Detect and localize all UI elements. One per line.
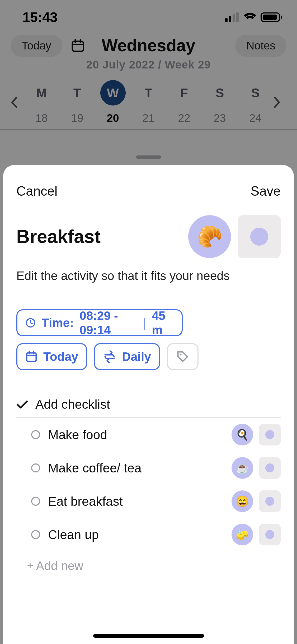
item-color-picker[interactable] bbox=[259, 457, 281, 479]
add-checklist-item-button[interactable]: + Add new bbox=[27, 559, 281, 573]
cancel-button[interactable]: Cancel bbox=[16, 183, 58, 199]
checklist-item[interactable]: Make coffee/ tea☕ bbox=[16, 451, 281, 485]
color-dot bbox=[250, 228, 268, 246]
tag-chip[interactable] bbox=[167, 343, 199, 370]
checklist-item[interactable]: Eat breakfast😄 bbox=[16, 485, 281, 518]
time-duration: 45 m bbox=[152, 309, 174, 337]
activity-icon-picker[interactable]: 🥐 bbox=[188, 215, 231, 258]
time-range: 08:29 - 09:14 bbox=[79, 309, 137, 337]
activity-color-picker[interactable] bbox=[238, 215, 281, 258]
plus-icon: + bbox=[27, 559, 34, 572]
item-icon-picker[interactable]: 🧽 bbox=[232, 524, 253, 545]
color-dot bbox=[265, 430, 274, 439]
checklist-header-label: Add checklist bbox=[35, 397, 110, 412]
item-icon-picker[interactable]: 🍳 bbox=[232, 424, 253, 445]
croissant-icon: 🥐 bbox=[197, 225, 223, 249]
repeat-icon bbox=[103, 351, 116, 363]
checkbox-icon[interactable] bbox=[31, 430, 40, 439]
time-separator: | bbox=[143, 316, 146, 330]
color-dot bbox=[265, 497, 274, 506]
color-dot bbox=[265, 463, 274, 472]
repeat-chip-label: Daily bbox=[122, 349, 151, 364]
item-color-picker[interactable] bbox=[259, 424, 281, 445]
time-label: Time: bbox=[41, 316, 74, 330]
item-color-picker[interactable] bbox=[259, 524, 281, 545]
item-icon-picker[interactable]: 😄 bbox=[232, 490, 253, 512]
clock-icon bbox=[25, 316, 36, 329]
date-chip[interactable]: Today bbox=[16, 343, 87, 370]
checklist-item[interactable]: Make food🍳 bbox=[16, 418, 281, 451]
save-button[interactable]: Save bbox=[251, 183, 281, 199]
svg-point-16 bbox=[180, 354, 182, 356]
add-new-label: Add new bbox=[36, 559, 83, 573]
item-emoji-icon: 🍳 bbox=[236, 429, 249, 441]
activity-edit-sheet: Cancel Save Breakfast 🥐 Edit the activit… bbox=[3, 165, 294, 644]
checklist-item-text: Make coffee/ tea bbox=[48, 461, 224, 475]
time-chip[interactable]: Time: 08:29 - 09:14 | 45 m bbox=[16, 309, 183, 336]
svg-rect-12 bbox=[27, 353, 36, 361]
checklist-item-text: Eat breakfast bbox=[48, 494, 224, 509]
color-dot bbox=[265, 530, 274, 539]
checklist-item-text: Make food bbox=[48, 427, 224, 442]
checklist-item-text: Clean up bbox=[48, 527, 224, 542]
date-chip-label: Today bbox=[43, 349, 78, 364]
item-emoji-icon: 😄 bbox=[236, 495, 249, 508]
checkbox-icon[interactable] bbox=[31, 497, 40, 506]
item-emoji-icon: ☕ bbox=[236, 462, 249, 474]
item-icon-picker[interactable]: ☕ bbox=[232, 457, 253, 479]
item-color-picker[interactable] bbox=[259, 490, 281, 512]
home-indicator[interactable] bbox=[93, 634, 204, 638]
checkbox-icon[interactable] bbox=[31, 463, 40, 472]
checklist-header[interactable]: Add checklist bbox=[16, 397, 281, 417]
activity-description: Edit the activity so that it fits your n… bbox=[16, 269, 281, 283]
checklist-item[interactable]: Clean up🧽 bbox=[16, 518, 281, 551]
checkbox-icon[interactable] bbox=[31, 530, 40, 539]
calendar-icon bbox=[25, 351, 37, 363]
check-icon bbox=[16, 400, 28, 409]
repeat-chip[interactable]: Daily bbox=[94, 343, 160, 370]
item-emoji-icon: 🧽 bbox=[236, 528, 249, 541]
tag-icon bbox=[176, 350, 190, 364]
activity-title[interactable]: Breakfast bbox=[16, 226, 101, 247]
